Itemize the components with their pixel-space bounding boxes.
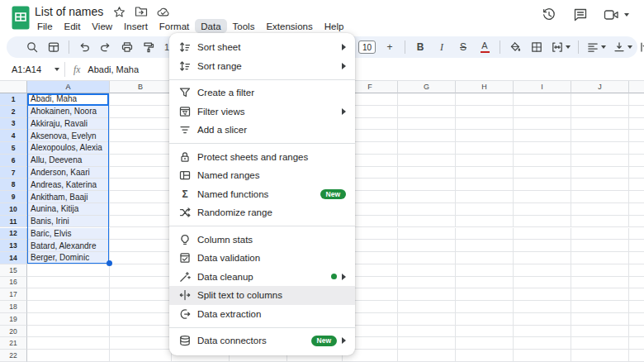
column-header-K[interactable]: K [629,81,644,93]
cell-K6[interactable] [629,155,644,167]
cell-K18[interactable] [629,301,644,313]
menu-item-split-text-to-columns[interactable]: Split text to columns [169,286,355,305]
menu-item-data-extraction[interactable]: Data extraction [169,305,355,324]
print-button[interactable] [116,38,138,56]
cell-K12[interactable] [629,228,644,241]
text-color-button[interactable]: A [474,38,495,56]
cell-H2[interactable] [456,106,514,118]
cell-I3[interactable] [514,118,571,131]
cell-K4[interactable] [629,130,644,142]
document-title[interactable]: List of names [35,5,103,18]
cell-I21[interactable] [514,337,571,350]
column-header-A[interactable]: A [27,81,110,93]
cell-B6[interactable] [110,155,172,167]
cell-J6[interactable] [571,155,629,167]
cell-H8[interactable] [456,179,514,191]
cell-H10[interactable] [456,203,514,216]
cell-J3[interactable] [571,118,629,131]
cell-J9[interactable] [571,191,629,203]
cell-B4[interactable] [110,130,172,142]
cell-I15[interactable] [514,264,571,277]
cell-G18[interactable] [398,301,456,313]
menu-item-data-connectors[interactable]: Data connectorsNew [169,331,355,350]
cell-G1[interactable] [398,93,456,106]
row-header-2[interactable]: 2 [0,106,27,118]
cell-G5[interactable] [398,142,456,155]
cell-G8[interactable] [398,179,456,191]
cell-I8[interactable] [514,179,571,191]
cell-A8[interactable]: Andreas, Katerina [27,179,110,191]
cell-I18[interactable] [514,301,571,313]
row-header-4[interactable]: 4 [0,130,27,142]
menu-item-data-cleanup[interactable]: Data cleanup [169,268,355,287]
paint-format-button[interactable] [138,38,159,56]
vertical-align-button[interactable] [609,38,636,56]
cell-G6[interactable] [398,155,456,167]
cell-B3[interactable] [110,118,172,131]
cell-A7[interactable]: Anderson, Kaari [27,167,110,179]
cell-B22[interactable] [110,350,172,362]
menu-item-create-a-filter[interactable]: Create a filter [169,83,355,102]
cell-J13[interactable] [571,240,629,252]
cell-J20[interactable] [571,326,629,338]
cell-K9[interactable] [629,191,644,203]
star-icon[interactable] [112,5,125,18]
menu-edit[interactable]: Edit [59,19,87,33]
cell-K7[interactable] [629,167,644,179]
cell-I11[interactable] [514,216,571,228]
cell-G9[interactable] [398,191,456,203]
cell-A1[interactable]: Abadi, Maha [27,93,110,106]
cell-I17[interactable] [514,288,571,301]
cell-H17[interactable] [456,288,514,301]
cell-K19[interactable] [629,313,644,326]
menu-tools[interactable]: Tools [227,19,261,33]
menu-view[interactable]: View [86,19,118,33]
cell-B5[interactable] [110,142,172,155]
cell-I6[interactable] [514,155,571,167]
cell-B14[interactable] [110,252,172,264]
cell-H7[interactable] [456,167,514,179]
cell-G3[interactable] [398,118,456,131]
cell-A21[interactable] [27,337,110,350]
join-call-button[interactable] [604,7,629,22]
cell-H5[interactable] [456,142,514,155]
cell-A17[interactable] [27,288,110,301]
cell-J10[interactable] [571,203,629,216]
horizontal-align-button[interactable] [583,38,609,56]
formula-input[interactable]: Abadi, Maha [88,64,139,74]
cell-A13[interactable]: Batard, Alexandre [27,240,110,252]
cell-I13[interactable] [514,240,571,252]
cell-K13[interactable] [629,240,644,252]
cell-K3[interactable] [629,118,644,131]
cell-H9[interactable] [456,191,514,203]
cell-I20[interactable] [514,326,571,338]
cell-I5[interactable] [514,142,571,155]
cell-J12[interactable] [571,228,629,241]
move-folder-icon[interactable] [135,5,148,18]
menu-item-column-stats[interactable]: Column stats [169,231,355,250]
cell-A9[interactable]: Ankitham, Baaji [27,191,110,203]
cell-H11[interactable] [456,216,514,228]
row-header-6[interactable]: 6 [0,155,27,167]
font-size-field[interactable]: 10 [355,38,379,56]
cell-K15[interactable] [629,264,644,277]
cell-A18[interactable] [27,301,110,313]
cell-B21[interactable] [110,337,172,350]
cloud-saved-icon[interactable] [157,5,170,18]
menu-item-randomize-range[interactable]: Randomize range [169,203,355,222]
cell-J15[interactable] [571,264,629,277]
menu-item-protect-sheets-and-ranges[interactable]: Protect sheets and ranges [169,148,355,167]
menu-file[interactable]: File [31,19,59,33]
cell-H3[interactable] [456,118,514,131]
menu-item-add-a-slicer[interactable]: Add a slicer [169,121,355,140]
cell-H6[interactable] [456,155,514,167]
cell-A2[interactable]: Ahokainen, Noora [27,106,110,118]
cell-H4[interactable] [456,130,514,142]
cell-B18[interactable] [110,301,172,313]
name-box[interactable]: A1:A14 [12,64,59,74]
borders-button[interactable] [526,38,547,56]
row-header-22[interactable]: 22 [0,350,27,362]
cell-B20[interactable] [110,326,172,338]
row-header-5[interactable]: 5 [0,142,27,155]
sheets-logo-icon[interactable] [12,6,30,30]
